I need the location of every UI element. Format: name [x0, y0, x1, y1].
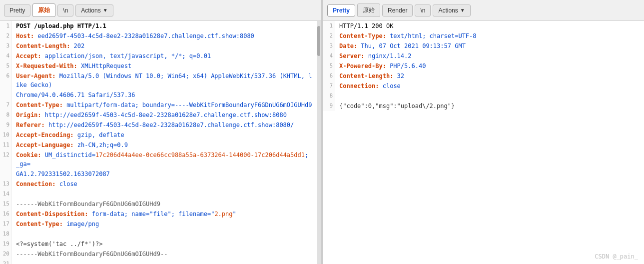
line-row: 5 X-Powered-By: PHP/5.6.40	[323, 61, 644, 71]
line-row: 8 Origin: http://eed2659f-4503-4c5d-8ee2…	[0, 110, 317, 120]
line-row: 21	[0, 259, 317, 264]
line-row: 17 Content-Type: image/png	[0, 219, 317, 229]
line-row: 7 Content-Type: multipart/form-data; bou…	[0, 100, 317, 110]
actions-label-response: Actions	[438, 7, 458, 14]
line-row: GA1.2.792331502.1633072087	[0, 169, 317, 179]
line-row: 9 Referer: http://eed2659f-4503-4c5d-8ee…	[0, 120, 317, 130]
tab-raw-response[interactable]: 原始	[357, 4, 380, 17]
line-row: 15 ------WebKitFormBoundaryF6GDnUG6mOIGU…	[0, 199, 317, 209]
chevron-down-icon-response: ▼	[460, 8, 465, 13]
line-row: 6 User-Agent: Mozilla/5.0 (Windows NT 10…	[0, 71, 317, 90]
response-content: 1 HTTP/1.1 200 OK 2 Content-Type: text/h…	[323, 21, 644, 264]
line-row: 1 HTTP/1.1 200 OK	[323, 21, 644, 31]
line-row: 11 Accept-Language: zh-CN,zh;q=0.9	[0, 140, 317, 150]
line-row: 12 Cookie: UM_distinctid=17c206d44a4ee-0…	[0, 150, 317, 169]
line-row: 18	[0, 229, 317, 239]
line-row: Chrome/94.0.4606.71 Safari/537.36	[0, 90, 317, 100]
line-row: 19 <?=system('tac ../f*')?>	[0, 239, 317, 249]
scrollbar-thumb[interactable]	[317, 26, 320, 56]
line-row: 3 Date: Thu, 07 Oct 2021 09:13:57 GMT	[323, 41, 644, 51]
tab-newline-request[interactable]: \n	[57, 4, 73, 16]
line-row: 16 Content-Disposition: form-data; name=…	[0, 209, 317, 219]
watermark: CSDN @_pain_	[595, 253, 638, 260]
line-row: 5 X-Requested-With: XMLHttpRequest	[0, 61, 317, 71]
line-row: 3 Content-Length: 202	[0, 41, 317, 51]
actions-button-request[interactable]: Actions ▼	[75, 4, 113, 16]
line-row: 2 Host: eed2659f-4503-4c5d-8ee2-2328a016…	[0, 31, 317, 41]
response-toolbar: Pretty 原始 Render \n Actions ▼	[323, 0, 644, 21]
request-content: 1 POST /upload.php HTTP/1.1 2 Host: eed2…	[0, 21, 321, 264]
line-row: 10 Accept-Encoding: gzip, deflate	[0, 130, 317, 140]
tab-render-response[interactable]: Render	[382, 4, 413, 16]
line-row: 13 Connection: close	[0, 179, 317, 189]
line-row: 20 ------WebKitFormBoundaryF6GDnUG6mOIGU…	[0, 249, 317, 259]
line-row: 14	[0, 189, 317, 199]
line-row: 4 Server: nginx/1.14.2	[323, 51, 644, 61]
chevron-down-icon-request: ▼	[103, 8, 108, 13]
request-toolbar: Pretty 原始 \n Actions ▼	[0, 0, 321, 21]
line-row: 6 Content-Length: 32	[323, 71, 644, 81]
tab-pretty-response[interactable]: Pretty	[327, 4, 355, 16]
request-lines: 1 POST /upload.php HTTP/1.1 2 Host: eed2…	[0, 21, 317, 264]
line-row: 8	[323, 91, 644, 101]
tab-pretty-request[interactable]: Pretty	[4, 4, 30, 16]
actions-button-response[interactable]: Actions ▼	[433, 4, 470, 16]
tab-newline-response[interactable]: \n	[415, 4, 431, 16]
line-row: 1 POST /upload.php HTTP/1.1	[0, 21, 317, 31]
request-scrollbar[interactable]	[317, 21, 321, 264]
actions-label-request: Actions	[81, 7, 100, 14]
line-row: 2 Content-Type: text/html; charset=UTF-8	[323, 31, 644, 41]
line-row: 7 Connection: close	[323, 81, 644, 91]
line-row: 4 Accept: application/json, text/javascr…	[0, 51, 317, 61]
line-row: 9 {"code":0,"msg":"upload\/2.png"}	[323, 101, 644, 111]
tab-raw-request[interactable]: 原始	[32, 4, 55, 17]
response-panel: Pretty 原始 Render \n Actions ▼ 1 HTTP/1.1…	[323, 0, 644, 264]
request-panel: Pretty 原始 \n Actions ▼ 1 POST /upload.ph…	[0, 0, 321, 264]
